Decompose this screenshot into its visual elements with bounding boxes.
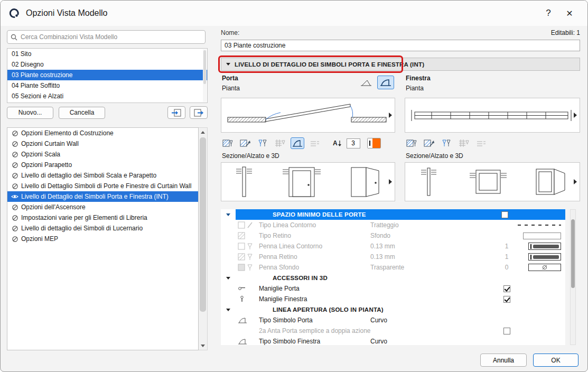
slashed-circle-icon	[10, 215, 20, 221]
porta-lines-button	[308, 137, 322, 149]
fill-type-icon	[236, 232, 259, 239]
section-header-bar[interactable]: LIVELLO DI DETTAGLIO DEI SIMBOLI PORTA E…	[221, 58, 580, 71]
ok-button[interactable]: OK	[533, 354, 578, 367]
background-pen-icon	[236, 264, 259, 272]
option-item[interactable]: Opzioni Curtain Wall	[7, 138, 198, 149]
finestra-column: Finestra Pianta	[405, 75, 580, 209]
porta-plan-preview	[221, 98, 395, 133]
name-input[interactable]	[221, 40, 580, 51]
option-item[interactable]: Livello di Dettaglio Simboli di Porte e …	[7, 181, 198, 191]
option-item[interactable]: Impostazioni varie per gli Elementi di L…	[7, 212, 198, 223]
option-item[interactable]: Opzioni MEP	[7, 234, 198, 244]
porta-marker-toggle[interactable]	[367, 138, 381, 148]
pen-index: 1	[498, 243, 515, 250]
export-button[interactable]	[190, 106, 208, 119]
scrollbar-thumb[interactable]	[200, 137, 206, 312]
finestra-plan-next-button[interactable]	[572, 109, 578, 121]
finestra-title: Finestra	[406, 75, 431, 82]
option-label: Opzioni Scala	[21, 151, 60, 158]
table-row-maniglie-porta: Maniglie Porta	[221, 283, 565, 294]
door-symbol-curved-toggle[interactable]	[377, 76, 394, 89]
row-value[interactable]: Curvo	[370, 317, 498, 324]
arc-symbol-icon	[236, 338, 259, 345]
option-item[interactable]: Opzioni Scala	[7, 149, 198, 160]
porta-opening-line-button[interactable]	[291, 137, 304, 149]
right-panel: Nome: Editabili: 1 LIVELLO DI DETTAGLIO …	[221, 26, 584, 368]
row-value[interactable]: Curvo	[370, 338, 498, 345]
option-label: Livello di dettaglio dei Simboli Scala e…	[21, 172, 156, 179]
combination-item[interactable]: 05 Sezioni e Alzati	[7, 91, 207, 101]
collapse-arrow-icon[interactable]	[226, 277, 230, 280]
option-label: Livello di Dettaglio Simboli di Porte e …	[21, 182, 191, 190]
row-label: Tipo Simbolo Porta	[259, 317, 370, 324]
finestra-section-label: Sezione/Alzato e 3D	[406, 152, 463, 160]
annulla-button[interactable]: Annulla	[480, 354, 527, 367]
maniglie-porta-checkbox[interactable]	[503, 285, 510, 292]
table-row-tipo-simbolo-finestra: Tipo Simbolo Finestra Curvo	[221, 336, 565, 345]
collapse-arrow-icon[interactable]	[226, 63, 230, 66]
section-header-title: LIVELLO DI DETTAGLIO DEI SIMBOLI PORTA E…	[235, 61, 424, 68]
combination-item[interactable]: 04 Piante Soffitto	[7, 80, 207, 91]
slashed-circle-icon	[10, 183, 20, 190]
search-input[interactable]	[21, 33, 202, 41]
table-row-penna-sfondo: Penna Sfondo Trasparente 0	[221, 262, 565, 273]
slashed-circle-icon	[10, 130, 20, 137]
slashed-circle-icon	[10, 236, 20, 243]
scroll-up-icon[interactable]	[199, 128, 207, 136]
arrow-right-icon	[389, 179, 392, 184]
opzioni-vista-modello-dialog: Opzioni Vista Modello ? ✕ 01 Sito 02 Dis…	[0, 0, 588, 372]
collapse-arrow-icon[interactable]	[226, 213, 230, 216]
option-item[interactable]: Opzioni dell'Ascensore	[7, 202, 198, 212]
option-item[interactable]: Opzioni Elemento di Costruzione	[7, 128, 198, 138]
row-value: Tratteggio	[370, 221, 498, 229]
option-item[interactable]: Opzioni Parapetto	[7, 160, 198, 170]
table-scrollbar[interactable]	[570, 209, 576, 345]
option-item[interactable]: Livello di dettaglio dei Simboli di Luce…	[7, 223, 198, 234]
scrollbar-thumb[interactable]	[571, 219, 575, 288]
option-item[interactable]: Livello di dettaglio dei Simboli Scala e…	[7, 170, 198, 181]
option-item-selected[interactable]: Livello di Dettaglio dei Simboli Porta e…	[7, 191, 198, 202]
anta-doppia-azione-checkbox[interactable]	[503, 328, 510, 334]
porta-elevation-next-button[interactable]	[387, 176, 394, 188]
porta-text-size-input[interactable]	[347, 138, 360, 148]
combination-list-scrollbar[interactable]	[203, 49, 207, 102]
combination-item-selected[interactable]: 03 Piante costruzione	[7, 70, 207, 80]
left-panel: 01 Sito 02 Disegno 03 Piante costruzione…	[5, 26, 212, 368]
finestra-fill-pen-button[interactable]	[405, 137, 418, 149]
collapse-arrow-icon[interactable]	[226, 309, 230, 311]
nuovo-button[interactable]: Nuovo...	[7, 107, 53, 119]
row-value: Sfondo	[370, 232, 498, 239]
porta-pens-button[interactable]	[256, 137, 269, 149]
porta-toolbar: A	[221, 137, 395, 150]
combination-item[interactable]: 02 Disegno	[7, 59, 207, 70]
title-bar: Opzioni Vista Modello ? ✕	[1, 1, 587, 26]
porta-fill-type-button[interactable]	[238, 137, 252, 149]
row-label: Penna Linea Contorno	[259, 243, 370, 250]
row-label: Penna Retino	[259, 253, 370, 261]
close-button[interactable]: ✕	[559, 4, 580, 22]
porta-elevation-drawing	[221, 163, 394, 201]
fill-sample	[515, 232, 565, 239]
finestra-elevation-next-button[interactable]	[572, 176, 578, 188]
porta-elevation-preview	[221, 162, 395, 201]
combination-actions: Nuovo... Cancella	[7, 106, 208, 119]
porta-column: Porta Pianta	[221, 75, 395, 209]
option-label: Impostazioni varie per gli Elementi di L…	[21, 214, 147, 221]
dash-line-sample	[515, 225, 565, 226]
help-button[interactable]: ?	[538, 4, 559, 22]
option-label: Opzioni Parapetto	[21, 161, 72, 169]
cancella-button[interactable]: Cancella	[59, 107, 105, 119]
slashed-circle-icon	[10, 225, 20, 232]
spazio-minimo-checkbox[interactable]	[501, 211, 508, 218]
import-button[interactable]	[167, 106, 185, 119]
options-scrollbar[interactable]	[199, 127, 208, 350]
finestra-fill-type-button[interactable]	[422, 137, 436, 149]
porta-plan-next-button[interactable]	[387, 109, 394, 121]
finestra-pens-button[interactable]	[440, 137, 453, 149]
porta-fill-pen-button[interactable]	[221, 137, 235, 149]
scroll-down-icon[interactable]	[199, 341, 207, 350]
finestra-elevation-drawing	[405, 163, 578, 201]
combination-item[interactable]: 01 Sito	[7, 49, 207, 59]
door-symbol-linear-toggle[interactable]	[358, 76, 375, 89]
maniglie-finestra-checkbox[interactable]	[503, 296, 510, 303]
